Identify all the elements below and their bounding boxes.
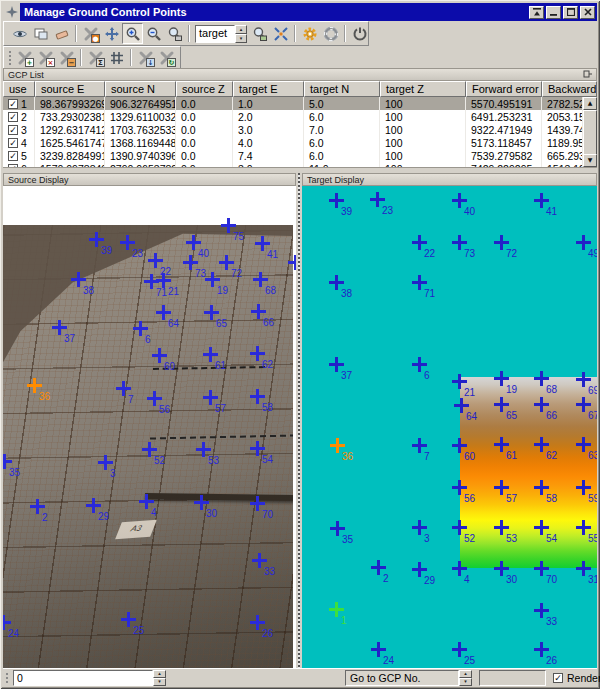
goto-up-arrow[interactable]: ▴ (459, 670, 472, 678)
map-select-value[interactable]: target (195, 25, 235, 43)
render-display-button[interactable] (30, 23, 51, 44)
use-checkbox[interactable]: ✓ (8, 164, 18, 168)
gcp-label-2: 2 (42, 512, 48, 523)
gcp-label-35: 35 (342, 534, 353, 545)
cell-sn: 2790.06537829 (105, 162, 176, 167)
table-row[interactable]: ✓61570.097884972790.065378290.03.011.010… (3, 162, 583, 167)
save-gcps-button[interactable]: ↓ (135, 47, 156, 68)
gcp-label-33: 33 (264, 566, 275, 577)
table-scrollbar[interactable]: ▲ ▼ (583, 97, 597, 167)
maximize-button[interactable] (563, 6, 578, 19)
column-header-be[interactable]: Backward error (542, 81, 597, 97)
set-region-extent-button[interactable] (270, 23, 291, 44)
gcp-label-23: 23 (132, 248, 143, 259)
toolbar-grip[interactable] (7, 49, 12, 66)
map-select-combo[interactable]: target ▴▾ (195, 25, 247, 43)
use-checkbox[interactable]: ✓ (8, 138, 18, 148)
gcp-label-52: 52 (464, 533, 475, 544)
zoom-out-button[interactable] (143, 23, 164, 44)
add-gcp-button[interactable]: + (14, 47, 35, 68)
georectify-button[interactable] (106, 47, 127, 68)
help-button[interactable] (320, 23, 341, 44)
statusbar-grip[interactable] (4, 671, 9, 683)
gcp-label-24: 24 (383, 655, 394, 666)
gcp-label-33: 33 (546, 616, 557, 627)
spin-down-arrow[interactable]: ▾ (153, 678, 166, 686)
cell-be: 665.293529 (542, 149, 583, 162)
clear-gcp-button[interactable]: − (56, 47, 77, 68)
settings-button[interactable] (299, 23, 320, 44)
goto-down-arrow[interactable]: ▾ (459, 678, 472, 686)
scroll-up-button[interactable]: ▲ (583, 97, 597, 110)
scroll-down-button[interactable]: ▼ (583, 154, 597, 167)
target-display-canvas[interactable]: 3923404122737249387137621196869646566673… (302, 186, 597, 668)
column-header-sz[interactable]: source Z (176, 81, 233, 97)
recalculate-rms-button[interactable]: Σ (85, 47, 106, 68)
gcp-label-58: 58 (546, 493, 557, 504)
table-row[interactable]: ✓198.3679932698906.3276495150.01.05.0100… (3, 97, 583, 110)
toolbar-separator (344, 25, 346, 42)
source-display-canvas[interactable]: A3 7539234041227372387121196864656637660… (3, 186, 296, 668)
close-button[interactable] (580, 6, 595, 19)
use-checkbox[interactable]: ✓ (8, 125, 18, 135)
gcp-label-75: 75 (233, 231, 244, 242)
zoom-to-region-button[interactable] (164, 23, 185, 44)
cell-sz: 0.0 (176, 149, 233, 162)
zoom-to-map-button[interactable] (249, 23, 270, 44)
use-checkbox[interactable]: ✓ (8, 112, 18, 122)
shade-button[interactable] (529, 6, 544, 19)
gcp-label-69: 69 (588, 385, 597, 396)
column-header-tz[interactable]: target Z (380, 81, 466, 97)
window-title: Manage Ground Control Points (20, 3, 527, 21)
cell-fe: 7429.229295 (466, 162, 542, 167)
zoom-in-button[interactable] (122, 23, 143, 44)
table-row[interactable]: ✓41625.546174721368.116944820.04.06.0100… (3, 136, 583, 149)
goto-gcp-label[interactable]: Go to GCP No. (345, 670, 459, 686)
spin-up-arrow[interactable]: ▴ (153, 670, 166, 678)
define-gcp-button[interactable]: ● (80, 23, 101, 44)
gcp-marker[interactable] (288, 255, 296, 270)
column-header-tn[interactable]: target N (304, 81, 380, 97)
cell-use: ✓6 (3, 162, 35, 167)
table-row[interactable]: ✓2733.2930238131329.611003210.02.06.0100… (3, 110, 583, 123)
column-header-se[interactable]: source E (35, 81, 105, 97)
gcp-number-spinbox[interactable]: 0 ▴▾ (13, 670, 166, 686)
combo-down-arrow[interactable]: ▾ (235, 34, 247, 43)
pin-icon[interactable] (583, 70, 592, 79)
erase-display-button[interactable] (51, 23, 72, 44)
minimize-button[interactable] (546, 6, 561, 19)
use-checkbox[interactable]: ✓ (8, 99, 18, 109)
quit-button[interactable] (349, 23, 370, 44)
gcp-label-59: 59 (588, 493, 597, 504)
column-header-fe[interactable]: Forward error (466, 81, 542, 97)
render-option[interactable]: ✓ Render (553, 672, 600, 684)
gcp-label-70: 70 (546, 574, 557, 585)
gcp-number-value[interactable]: 0 (13, 670, 153, 686)
table-row[interactable]: ✓53239.828499131390.974039680.07.46.0100… (3, 149, 583, 162)
bottom-bar: 0 ▴▾ Go to GCP No. ▴▾ ✓ Render (3, 668, 597, 686)
column-header-sn[interactable]: source N (105, 81, 176, 97)
display-geometry-button[interactable] (9, 23, 30, 44)
gcp-label-35: 35 (9, 467, 20, 478)
title-bar[interactable]: Manage Ground Control Points (3, 3, 597, 21)
gcp-label-26: 26 (262, 628, 273, 639)
reload-gcps-button[interactable]: ↻ (156, 47, 177, 68)
cell-tn: 7.0 (304, 123, 380, 136)
delete-gcp-button[interactable]: × (35, 47, 56, 68)
pan-button[interactable] (101, 23, 122, 44)
cell-se: 1570.09788497 (35, 162, 105, 167)
column-header-te[interactable]: target E (233, 81, 304, 97)
cell-use: ✓1 (3, 97, 35, 110)
gcp-label-19: 19 (217, 285, 228, 296)
combo-up-arrow[interactable]: ▴ (235, 25, 247, 34)
scroll-thumb[interactable] (583, 110, 597, 155)
gcp-label-62: 62 (262, 359, 273, 370)
cell-sn: 1329.61100321 (105, 110, 176, 123)
goto-gcp-combo[interactable]: Go to GCP No. ▴▾ (345, 670, 472, 686)
use-checkbox[interactable]: ✓ (8, 151, 18, 161)
render-checkbox[interactable]: ✓ (553, 673, 563, 683)
gcp-label-57: 57 (215, 403, 226, 414)
column-header-use[interactable]: use (3, 81, 35, 97)
gcp-table: usesource Esource Nsource Ztarget Etarge… (3, 81, 597, 168)
table-row[interactable]: ✓31292.63174121703.763253350.03.07.01009… (3, 123, 583, 136)
